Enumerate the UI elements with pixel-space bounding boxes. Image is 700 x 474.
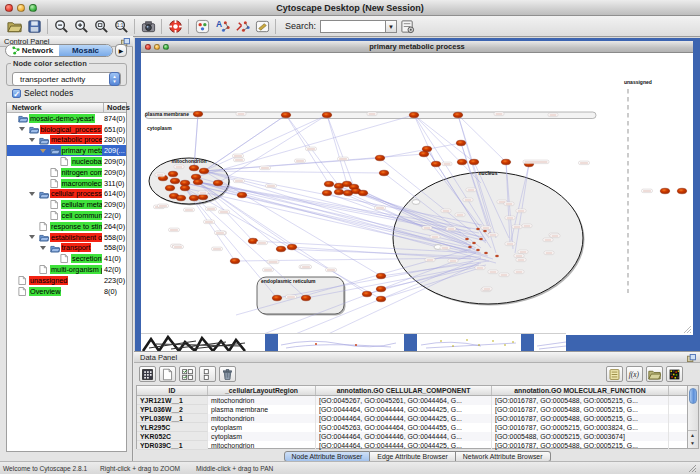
network-node[interactable]	[334, 189, 343, 195]
network-node[interactable]	[501, 159, 510, 165]
tree-row[interactable]: unassigned223(0)	[7, 275, 126, 286]
network-node[interactable]	[322, 112, 331, 118]
canvas-resize-grip-icon[interactable]	[684, 326, 691, 333]
network-node[interactable]	[456, 140, 465, 146]
network-canvas[interactable]: plasma membranecytoplasmmitochondrionnuc…	[141, 53, 693, 335]
search-dropdown-icon[interactable]: ▼	[386, 20, 397, 33]
minimize-button[interactable]	[17, 4, 25, 12]
network-node[interactable]	[324, 181, 333, 187]
layout-a-icon[interactable]: A	[212, 17, 232, 36]
network-node[interactable]	[230, 258, 239, 264]
new-attribute-icon[interactable]	[159, 366, 176, 382]
combobox-stepper-icon[interactable]: ▲▼	[109, 72, 120, 86]
network-node[interactable]	[176, 195, 185, 201]
network-node-small[interactable]	[495, 255, 498, 257]
scrollbar-arrows[interactable]: ▲▼	[688, 430, 697, 448]
network-node[interactable]	[677, 188, 686, 194]
network-node-small[interactable]	[476, 228, 479, 230]
network-node[interactable]	[272, 295, 281, 301]
column-header[interactable]: _cellularLayoutRegion	[208, 386, 316, 395]
tree-row[interactable]: cellular metabo209(0)	[7, 199, 126, 210]
network-node-small[interactable]	[479, 238, 482, 240]
network-node[interactable]	[199, 168, 208, 174]
network-node-unmapped[interactable]	[412, 200, 420, 205]
tree-row[interactable]: Overview8(0)	[7, 286, 126, 297]
network-node[interactable]	[189, 195, 198, 201]
network-node[interactable]	[198, 194, 207, 200]
scrollbar-thumb[interactable]	[689, 388, 697, 404]
table-row[interactable]: YPL036W__2plasma membrane[GO:0044464, GO…	[137, 405, 687, 414]
network-node[interactable]	[376, 286, 385, 292]
network-node[interactable]	[419, 151, 428, 157]
network-node-small[interactable]	[483, 230, 486, 232]
table-row[interactable]: YPL036W__1mitochondrion[GO:0044464, GO:0…	[137, 414, 687, 423]
network-node[interactable]	[457, 159, 466, 165]
search-input[interactable]	[320, 20, 386, 33]
column-header[interactable]: ID	[137, 386, 208, 395]
tree-row[interactable]: nitrogen compo209(0)	[7, 167, 126, 178]
network-node[interactable]	[193, 179, 202, 185]
tree-row[interactable]: metabolic process280(0)	[7, 135, 126, 146]
tree-row[interactable]: biological_process651(0)	[7, 124, 126, 135]
zoom-in-icon[interactable]	[71, 17, 91, 36]
frame-titlebar[interactable]: primary metabolic process	[141, 41, 693, 53]
expander-icon[interactable]	[29, 235, 35, 239]
network-node[interactable]	[191, 174, 200, 180]
table-row[interactable]: YKR052Ccytoplasm[GO:0044464, GO:0044446,…	[137, 432, 687, 441]
network-node[interactable]	[376, 296, 385, 302]
save-icon[interactable]	[24, 17, 44, 36]
table-row[interactable]: YJR121W__1mitochondrion[GO:0045267, GO:0…	[137, 396, 687, 405]
network-node[interactable]	[213, 180, 222, 186]
frame-minimize-button[interactable]	[154, 44, 160, 50]
unselect-attributes-icon[interactable]	[199, 366, 216, 382]
network-node[interactable]	[193, 111, 202, 117]
select-attributes-icon[interactable]	[179, 366, 196, 382]
zoom-actual-icon[interactable]: 1:1	[111, 17, 131, 36]
table-vertical-scrollbar[interactable]: ▲▼	[688, 385, 699, 449]
import-attributes-icon[interactable]	[606, 366, 623, 382]
network-node[interactable]	[301, 295, 310, 301]
network-node[interactable]	[237, 192, 246, 198]
network-node[interactable]	[453, 112, 462, 118]
network-node-small[interactable]	[465, 238, 468, 240]
network-node[interactable]	[168, 171, 177, 177]
tree-row[interactable]: macromolecule311(0)	[7, 178, 126, 189]
open-file-icon[interactable]	[4, 17, 24, 36]
frame-close-button[interactable]	[145, 44, 151, 50]
select-nodes-checkbox[interactable]: ✓ Select nodes	[12, 88, 73, 98]
zoom-out-icon[interactable]	[51, 17, 71, 36]
network-node[interactable]	[376, 273, 385, 279]
tab-overflow-arrow-icon[interactable]: ▶	[115, 44, 127, 57]
search-config-icon[interactable]	[397, 17, 417, 36]
network-node[interactable]	[322, 190, 331, 196]
formula-fx-icon[interactable]: f(x)	[626, 366, 643, 382]
annotation-icon[interactable]	[252, 17, 272, 36]
tree-row[interactable]: establishment of lo558(0)	[7, 232, 126, 243]
table-row[interactable]: YDR039C__1mitochondrion[GO:0044464, GO:0…	[137, 441, 687, 450]
network-node[interactable]	[281, 112, 290, 118]
network-node[interactable]	[180, 185, 189, 191]
close-button[interactable]	[5, 4, 13, 12]
vizmapper-icon[interactable]	[192, 17, 212, 36]
resize-grip-icon[interactable]	[688, 464, 697, 473]
expander-icon[interactable]	[40, 246, 46, 250]
open-attributes-icon[interactable]	[646, 366, 663, 382]
network-node[interactable]	[189, 165, 198, 171]
network-node[interactable]	[469, 159, 478, 165]
zoom-fit-icon[interactable]	[91, 17, 111, 36]
tree-row[interactable]: mosaic-demo-yeast874(0)	[7, 113, 126, 124]
network-node[interactable]	[379, 170, 388, 176]
heatmap-icon[interactable]	[666, 366, 683, 382]
network-node-small[interactable]	[468, 246, 471, 248]
expander-icon[interactable]	[29, 138, 35, 142]
layout-b-icon[interactable]	[232, 17, 252, 36]
network-node-small[interactable]	[472, 242, 475, 244]
column-header[interactable]: annotation.GO MOLECULAR_FUNCTION	[492, 386, 669, 395]
network-node[interactable]	[409, 112, 418, 118]
network-node-small[interactable]	[476, 249, 479, 251]
node-color-combobox[interactable]: transporter activity ▲▼	[12, 72, 121, 86]
zoom-button[interactable]	[29, 4, 37, 12]
tree-row[interactable]: nucleobase-209(0)	[7, 156, 126, 167]
network-node-small[interactable]	[484, 252, 487, 254]
expander-icon[interactable]	[40, 149, 46, 153]
